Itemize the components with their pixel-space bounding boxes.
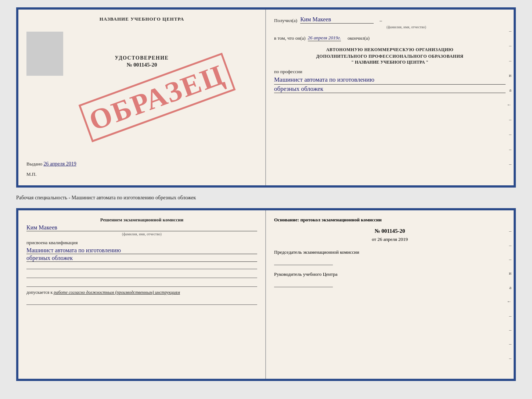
top-left-title: НАЗВАНИЕ УЧЕБНОГО ЦЕНТРА (26, 16, 257, 22)
resheniem-block: Решением экзаменационной комиссии Ким Ма… (26, 217, 257, 305)
top-document: НАЗВАНИЕ УЧЕБНОГО ЦЕНТРА УДОСТОВЕРЕНИЕ №… (16, 7, 516, 188)
vydano-label: Выдано (26, 161, 42, 167)
osnovanie-title: Основание: протокол экзаменационной коми… (274, 217, 506, 223)
empty-line-2 (26, 271, 257, 278)
org-name: " НАЗВАНИЕ УЧЕБНОГО ЦЕНТРА " (274, 60, 506, 65)
mp-line: М.П. (26, 171, 36, 177)
poluchil-label: Получил(а) (274, 18, 297, 24)
vydano-date: 26 апреля 2019 (44, 161, 76, 167)
bottom-doc-left: Решением экзаменационной комиссии Ким Ма… (18, 210, 266, 379)
rukovoditel-block: Руководитель учебного Центра (274, 271, 506, 287)
bottom-doc-right: Основание: протокол экзаменационной коми… (266, 210, 514, 379)
org-line2: ДОПОЛНИТЕЛЬНОГО ПРОФЕССИОНАЛЬНОГО ОБРАЗО… (274, 53, 506, 60)
bottom-document: Решением экзаменационной комиссии Ким Ма… (16, 208, 516, 381)
predsedatel-block: Председатель экзаменационной комиссии (274, 249, 506, 265)
okonchil-label: окончил(а) (348, 35, 370, 41)
empty-line-3 (26, 280, 257, 287)
photo-placeholder (26, 32, 63, 76)
poluchil-line: Получил(а) Ким Макеев – (274, 16, 506, 24)
right-dashes-top: – – – и а ← – – – – (507, 10, 511, 185)
recipient-name: Ким Макеев (300, 16, 374, 24)
org-line1: АВТОНОМНУЮ НЕКОММЕРЧЕСКУЮ ОРГАНИЗАЦИЮ (274, 46, 506, 53)
predsedatel-sign-line (274, 259, 333, 265)
rukovoditel-sign-line (274, 281, 333, 287)
dopuskaetsya-prefix: допускается к (26, 290, 53, 295)
org-block: АВТОНОМНУЮ НЕКОММЕРЧЕСКУЮ ОРГАНИЗАЦИЮ ДО… (274, 46, 506, 65)
predsedatel-title: Председатель экзаменационной комиссии (274, 249, 506, 256)
vydano-line: Выдано 26 апреля 2019 (26, 161, 76, 167)
empty-line-1 (26, 263, 257, 269)
vtom-date: 26 апреля 2019г. (308, 35, 341, 41)
right-dashes-bottom: – – – и а ← – – – – (507, 210, 511, 379)
fio-label-bottom: (фамилия, имя, отчество) (26, 232, 257, 236)
fio-label-top: (фамилия, имя, отчество) (307, 25, 506, 29)
between-label: Рабочая специальность - Машинист автомат… (16, 194, 516, 202)
dash-after-name: – (380, 18, 382, 24)
top-doc-right: Получил(а) Ким Макеев – (фамилия, имя, о… (266, 10, 514, 185)
vtom-line: в том, что он(а) 26 апреля 2019г. окончи… (274, 35, 506, 41)
vtom-label: в том, что он(а) (274, 35, 306, 41)
dopuskaetsya-text: работе согласно должностным (производств… (54, 290, 180, 295)
empty-line-4 (26, 298, 257, 305)
dopuskaetsya-block: допускается к работе согласно должностны… (26, 290, 257, 295)
top-doc-left: НАЗВАНИЕ УЧЕБНОГО ЦЕНТРА УДОСТОВЕРЕНИЕ №… (18, 10, 266, 185)
komissia-name: Ким Макеев (26, 224, 257, 231)
resheniem-title: Решением экзаменационной комиссии (26, 217, 257, 223)
prisvoena-label: присвоена квалификация (26, 240, 257, 246)
ot-date: от 26 апреля 2019 (274, 236, 506, 242)
ot-date-value: 26 апреля 2019 (377, 236, 408, 242)
po-professii-label: по профессии (274, 69, 506, 75)
osnovanie-block: Основание: протокол экзаменационной коми… (274, 217, 506, 287)
profession-line2: обрезных обложек (274, 85, 506, 93)
kvalif-line2: обрезных обложек (26, 255, 257, 262)
kvalif-line1: Машинист автомата по изготовлению (26, 247, 257, 254)
profession-line1: Машинист автомата по изготовлению (274, 76, 506, 85)
protokol-num: № 001145-20 (274, 228, 506, 234)
ot-label: от (372, 236, 376, 242)
rukovoditel-title: Руководитель учебного Центра (274, 271, 506, 278)
